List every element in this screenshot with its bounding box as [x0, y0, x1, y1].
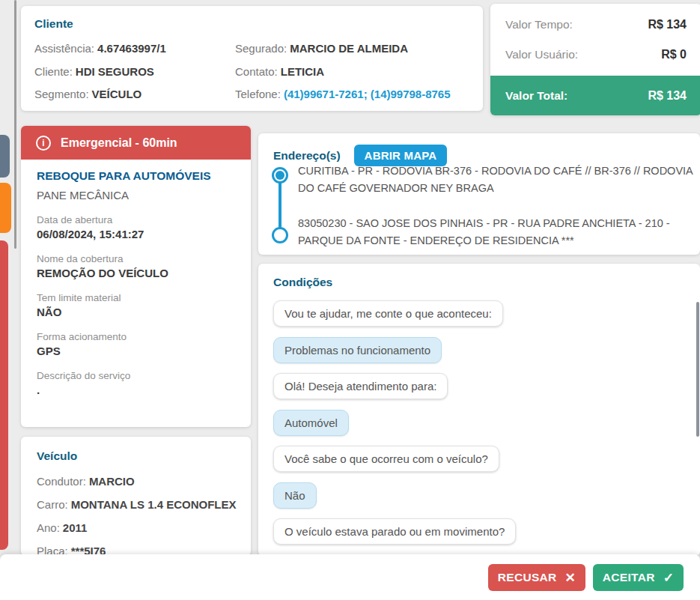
- left-scrollbar[interactable]: [14, 0, 16, 249]
- origin-radio[interactable]: [272, 167, 288, 184]
- route-connector-line: [279, 183, 281, 228]
- client-card: Cliente Assistência:4.67463997/1 Cliente…: [21, 6, 483, 111]
- reject-button[interactable]: RECUSAR ✕: [488, 564, 585, 591]
- client-columns: Assistência:4.67463997/1 Cliente:HDI SEG…: [34, 37, 469, 106]
- field-trigger-mode: Forma acionamento GPS: [37, 331, 235, 357]
- right-scrollbar[interactable]: [696, 302, 699, 437]
- price-card: Valor Tempo: R$ 134 Valor Usuário: R$ 0 …: [490, 4, 700, 115]
- chat-answer: Automóvel: [273, 410, 349, 436]
- chat-question: Você sabe o que ocorreu com o veículo?: [273, 446, 499, 472]
- insured-row: Segurado:MARCIO DE ALMEIDA: [235, 37, 469, 61]
- destination-radio[interactable]: [272, 227, 288, 243]
- accept-button-label: ACEITAR: [603, 571, 655, 584]
- reject-button-label: RECUSAR: [498, 571, 557, 584]
- urgency-banner: i Emergencial - 60min: [21, 126, 251, 160]
- service-card: i Emergencial - 60min REBOQUE PARA AUTOM…: [21, 126, 251, 427]
- accept-button[interactable]: ACEITAR ✓: [593, 564, 684, 591]
- addresses-card: Endereço(s) ABRIR MAPA CURITIBA - PR - R…: [258, 133, 700, 255]
- field-open-date: Data de abertura 06/08/2024, 15:41:27: [37, 214, 235, 240]
- price-time-row: Valor Tempo: R$ 134: [490, 10, 700, 40]
- chat-answer: Problemas no funcionamento: [273, 337, 442, 363]
- close-icon: ✕: [565, 570, 576, 586]
- phone-row: Telefone:(41)99671-7261; (14)99798-8765: [235, 83, 469, 106]
- field-service-description: Descrição do serviço .: [37, 370, 235, 396]
- service-offer-screen: Cliente Assistência:4.67463997/1 Cliente…: [0, 0, 700, 600]
- segment-row: Segmento:VEÍCULO: [34, 83, 235, 106]
- contact-row: Contato:LETICIA: [235, 61, 469, 84]
- chat-question: Olá! Deseja atendimento para:: [273, 373, 448, 399]
- urgency-label: Emergencial - 60min: [61, 136, 177, 150]
- service-name: REBOQUE PARA AUTOMÓVEIS: [37, 169, 235, 183]
- chat-question: Vou te ajudar, me conte o que aconteceu:: [273, 300, 503, 327]
- origin-address: CURITIBA - PR - RODOVIA BR-376 - RODOVIA…: [298, 163, 693, 197]
- conditions-card: Condições Vou te ajudar, me conte o que …: [258, 264, 700, 556]
- vehicle-card-title: Veículo: [37, 449, 235, 463]
- check-icon: ✓: [663, 570, 675, 586]
- car-row: Carro:MONTANA LS 1.4 ECONOFLEX: [37, 493, 235, 516]
- service-problem: PANE MECÂNICA: [37, 189, 235, 201]
- client-card-title: Cliente: [34, 17, 469, 31]
- conditions-title: Condições: [273, 276, 685, 289]
- info-icon: i: [36, 136, 51, 151]
- field-material-limit: Tem limite material NÃO: [37, 292, 235, 318]
- addresses-title: Endereço(s): [273, 149, 341, 163]
- driver-row: Condutor:MARCIO: [37, 470, 235, 493]
- client-row: Cliente:HDI SEGUROS: [34, 61, 235, 84]
- price-total-bar: Valor Total: R$ 134: [490, 76, 700, 115]
- chat-question: O veículo estava parado ou em movimento?: [273, 518, 516, 545]
- year-row: Ano:2011: [37, 516, 235, 539]
- peek-card-orange[interactable]: [0, 183, 11, 233]
- field-coverage-name: Nome da cobertura REMOÇÃO DO VEÍCULO: [37, 253, 235, 279]
- plate-row: Placa:***5I76: [37, 539, 235, 556]
- assistance-row: Assistência:4.67463997/1: [34, 37, 235, 61]
- destination-address: 83050230 - SAO JOSE DOS PINHAIS - PR - R…: [298, 215, 693, 249]
- action-bar: RECUSAR ✕ ACEITAR ✓: [0, 554, 700, 600]
- peek-card-red[interactable]: [0, 240, 8, 550]
- chat-answer: Não: [273, 482, 317, 509]
- vehicle-card: Veículo Condutor:MARCIO Carro:MONTANA LS…: [21, 437, 251, 556]
- peek-card-slate[interactable]: [0, 135, 10, 178]
- price-user-row: Valor Usuário: R$ 0: [490, 40, 700, 70]
- phone-numbers-link[interactable]: (41)99671-7261; (14)99798-8765: [284, 88, 451, 100]
